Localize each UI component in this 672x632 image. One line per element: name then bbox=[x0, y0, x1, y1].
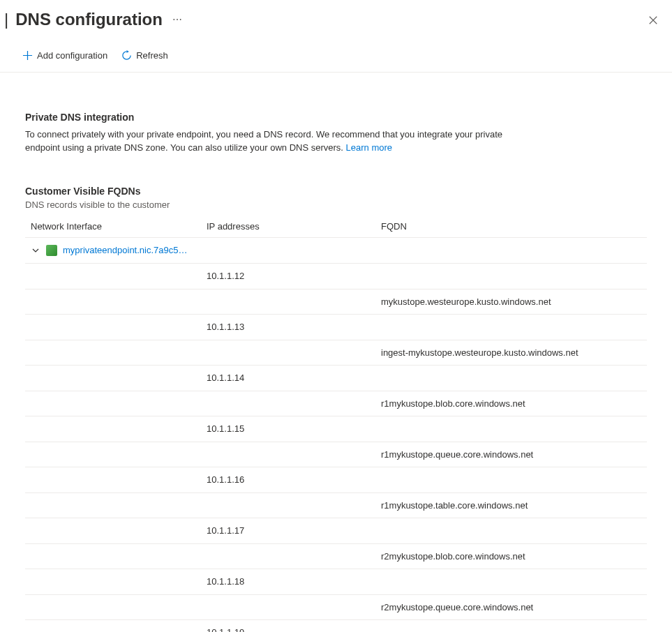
ip-row[interactable]: 10.1.1.14 bbox=[25, 365, 647, 391]
ip-cell: 10.1.1.17 bbox=[207, 518, 381, 543]
command-bar: Add configuration Refresh bbox=[0, 29, 672, 73]
ip-cell: 10.1.1.12 bbox=[207, 263, 381, 289]
more-icon[interactable]: ⋯ bbox=[172, 14, 183, 25]
close-icon bbox=[648, 15, 658, 25]
chevron-down-icon[interactable] bbox=[25, 322, 46, 331]
fqdn-cell: r2mykustope.blob.core.windows.net bbox=[381, 543, 647, 569]
chevron-down-icon[interactable] bbox=[25, 373, 46, 382]
plus-icon bbox=[22, 50, 33, 61]
ip-row[interactable]: 10.1.1.15 bbox=[25, 416, 647, 442]
chevron-down-icon[interactable] bbox=[25, 576, 46, 586]
ip-cell: 10.1.1.16 bbox=[207, 467, 381, 492]
main-content: Private DNS integration To connect priva… bbox=[0, 73, 672, 632]
fqdn-cell: mykustope.westeurope.kusto.windows.net bbox=[381, 289, 647, 314]
ip-row[interactable]: 10.1.1.16 bbox=[25, 467, 647, 492]
fqdn-cell: ingest-mykustope.westeurope.kusto.window… bbox=[381, 340, 647, 365]
nic-group-row[interactable]: myprivateendpoint.nic.7a9c52… bbox=[25, 237, 647, 263]
fqdns-desc: DNS records visible to the customer bbox=[25, 200, 647, 210]
refresh-label: Refresh bbox=[136, 50, 168, 61]
col-header-fqdn: FQDN bbox=[381, 217, 647, 238]
nic-link[interactable]: myprivateendpoint.nic.7a9c52… bbox=[63, 245, 188, 255]
add-configuration-label: Add configuration bbox=[37, 50, 107, 61]
private-dns-desc: To connect privately with your private e… bbox=[25, 128, 528, 155]
ip-cell: 10.1.1.19 bbox=[207, 619, 381, 632]
fqdn-row: r1mykustope.queue.core.windows.net bbox=[25, 442, 647, 467]
close-button[interactable] bbox=[648, 15, 658, 27]
fqdn-row: ingest-mykustope.westeurope.kusto.window… bbox=[25, 340, 647, 365]
chevron-down-icon[interactable] bbox=[25, 474, 46, 484]
fqdn-row: r1mykustope.table.core.windows.net bbox=[25, 492, 647, 518]
ip-cell: 10.1.1.13 bbox=[207, 314, 381, 340]
refresh-button[interactable]: Refresh bbox=[120, 47, 170, 63]
fqdn-row: r2mykustope.blob.core.windows.net bbox=[25, 543, 647, 569]
learn-more-link[interactable]: Learn more bbox=[346, 142, 392, 153]
ip-cell: 10.1.1.15 bbox=[207, 416, 381, 442]
col-header-ip: IP addresses bbox=[207, 217, 381, 238]
fqdns-title: Customer Visible FQDNs bbox=[25, 186, 647, 197]
ip-row[interactable]: 10.1.1.13 bbox=[25, 314, 647, 340]
ip-cell: 10.1.1.18 bbox=[207, 569, 381, 594]
ip-row[interactable]: 10.1.1.12 bbox=[25, 263, 647, 289]
chevron-down-icon[interactable] bbox=[31, 246, 40, 255]
chevron-down-icon[interactable] bbox=[25, 271, 46, 280]
fqdn-row: r1mykustope.blob.core.windows.net bbox=[25, 391, 647, 416]
ip-row[interactable]: 10.1.1.18 bbox=[25, 569, 647, 594]
chevron-down-icon[interactable] bbox=[25, 627, 46, 632]
chevron-down-icon[interactable] bbox=[25, 525, 46, 535]
private-dns-title: Private DNS integration bbox=[25, 112, 647, 123]
page-header: | DNS configuration ⋯ bbox=[0, 0, 672, 29]
chevron-down-icon[interactable] bbox=[25, 423, 46, 433]
add-configuration-button[interactable]: Add configuration bbox=[21, 47, 109, 63]
title-separator: | bbox=[4, 10, 8, 29]
ip-row[interactable]: 10.1.1.19 bbox=[25, 619, 647, 632]
fqdn-cell: r1mykustope.blob.core.windows.net bbox=[381, 391, 647, 416]
fqdn-cell: r1mykustope.table.core.windows.net bbox=[381, 492, 647, 518]
ip-row[interactable]: 10.1.1.17 bbox=[25, 518, 647, 543]
nic-icon bbox=[46, 245, 57, 256]
fqdn-cell: r1mykustope.queue.core.windows.net bbox=[381, 442, 647, 467]
fqdn-row: r2mykustope.queue.core.windows.net bbox=[25, 594, 647, 619]
fqdn-table: Network Interface IP addresses FQDN mypr… bbox=[25, 217, 647, 632]
fqdn-cell: r2mykustope.queue.core.windows.net bbox=[381, 594, 647, 619]
page-title: DNS configuration bbox=[15, 10, 163, 29]
ip-cell: 10.1.1.14 bbox=[207, 365, 381, 391]
col-header-network-interface: Network Interface bbox=[25, 217, 207, 238]
refresh-icon bbox=[121, 50, 132, 61]
fqdn-row: mykustope.westeurope.kusto.windows.net bbox=[25, 289, 647, 314]
